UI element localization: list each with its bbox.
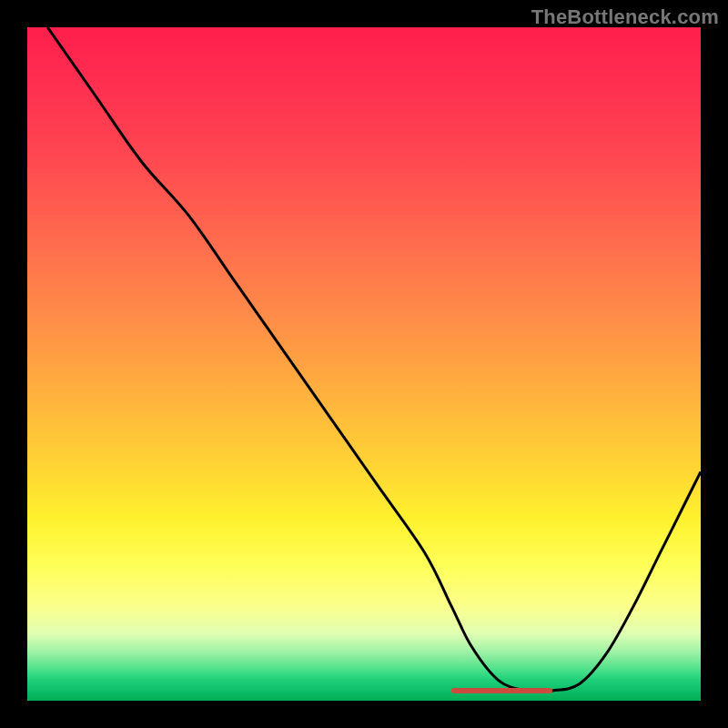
watermark-text: TheBottleneck.com — [531, 5, 719, 29]
plot-area — [27, 27, 701, 701]
chart-stage: TheBottleneck.com — [0, 0, 728, 728]
curve-path — [47, 27, 701, 692]
trough-accent — [451, 688, 552, 693]
bottleneck-curve — [27, 27, 701, 701]
